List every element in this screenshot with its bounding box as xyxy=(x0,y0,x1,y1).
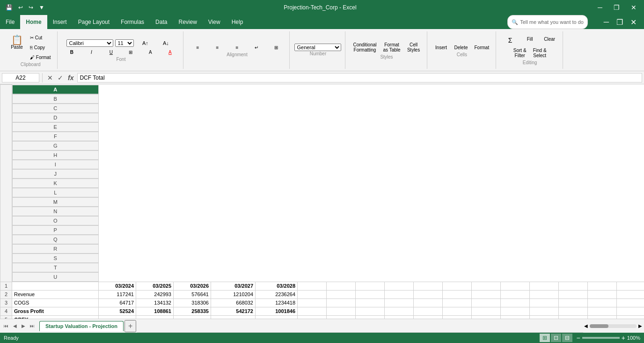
col-header-i[interactable]: I xyxy=(12,160,99,169)
tab-help[interactable]: Help xyxy=(226,15,249,29)
cancel-formula-btn[interactable]: ✕ xyxy=(45,73,55,82)
insert-cell-btn[interactable]: Insert xyxy=(432,43,451,52)
cell-5-extra[interactable] xyxy=(559,315,588,319)
format-table-btn[interactable]: Formatas Table xyxy=(381,40,403,54)
paste-btn[interactable]: 📋 Paste xyxy=(7,33,26,62)
cell-1-extra[interactable] xyxy=(617,282,644,290)
page-break-view-btn[interactable]: ⊟ xyxy=(562,334,572,342)
cell-4-extra[interactable] xyxy=(327,307,356,315)
add-sheet-button[interactable]: + xyxy=(124,320,136,332)
cell-3-extra[interactable] xyxy=(298,298,327,307)
cell-3-extra[interactable] xyxy=(385,298,414,307)
cell-2-extra[interactable] xyxy=(501,290,530,298)
zoom-slider[interactable] xyxy=(582,337,620,339)
row-number[interactable]: 3 xyxy=(0,298,12,307)
cell-3-extra[interactable] xyxy=(617,298,644,307)
save-quick-btn[interactable]: 💾 xyxy=(4,3,15,12)
cell-2-extra[interactable] xyxy=(559,290,588,298)
border-btn[interactable]: ⊞ xyxy=(121,48,140,57)
normal-view-btn[interactable]: ⊞ xyxy=(540,334,550,342)
ribbon-minimize-btn[interactable]: ─ xyxy=(600,15,613,29)
cell-3-B[interactable]: 64717 xyxy=(99,298,136,307)
cell-5-B[interactable] xyxy=(99,315,136,319)
cell-4-D[interactable]: 258335 xyxy=(174,307,211,315)
align-center-btn[interactable]: ≡ xyxy=(208,43,227,52)
cell-4-extra[interactable] xyxy=(617,307,644,315)
spreadsheet-grid[interactable]: A B C D E F G H I J K L M N O P Q R S T xyxy=(0,84,644,319)
col-header-f[interactable]: F xyxy=(12,132,99,141)
merge-btn[interactable]: ⊞ xyxy=(267,43,285,52)
format-painter-btn[interactable]: 🖌 Format xyxy=(27,53,53,62)
cell-3-extra[interactable] xyxy=(559,298,588,307)
cell-3-extra[interactable] xyxy=(472,298,501,307)
cell-5-extra[interactable] xyxy=(356,315,385,319)
cell-3-C[interactable]: 134132 xyxy=(136,298,174,307)
fill-btn[interactable]: Fill xyxy=(520,35,539,46)
cell-4-A[interactable]: Gross Profit xyxy=(12,307,99,315)
conditional-format-btn[interactable]: ConditionalFormatting xyxy=(350,40,379,54)
font-size-select[interactable]: 11 xyxy=(115,39,134,47)
wrap-text-btn[interactable]: ↵ xyxy=(247,43,266,52)
cell-3-D[interactable]: 318306 xyxy=(174,298,211,307)
col-header-b[interactable]: B xyxy=(12,94,99,104)
sheet-nav-prev[interactable]: ◀ xyxy=(11,322,19,329)
tab-file[interactable]: File xyxy=(0,15,20,29)
row-number[interactable]: 4 xyxy=(0,307,12,315)
cell-4-extra[interactable] xyxy=(443,307,472,315)
cell-5-E[interactable] xyxy=(211,315,256,319)
bold-btn[interactable]: B xyxy=(62,48,81,57)
cell-1-B[interactable]: 03/2024 xyxy=(99,282,136,290)
tell-me-box[interactable]: 🔍 Tell me what you want to do xyxy=(507,15,588,29)
name-box[interactable] xyxy=(2,73,39,82)
undo-btn[interactable]: ↩ xyxy=(16,3,25,12)
col-header-r[interactable]: R xyxy=(12,244,99,254)
cell-2-extra[interactable] xyxy=(530,290,559,298)
cell-5-extra[interactable] xyxy=(385,315,414,319)
col-header-s[interactable]: S xyxy=(12,254,99,263)
cell-5-D[interactable] xyxy=(174,315,211,319)
col-header-m[interactable]: M xyxy=(12,197,99,207)
tab-formulas[interactable]: Formulas xyxy=(115,15,150,29)
tab-review[interactable]: Review xyxy=(173,15,202,29)
cell-3-extra[interactable] xyxy=(356,298,385,307)
col-header-l[interactable]: L xyxy=(12,188,99,197)
cell-3-F[interactable]: 1234418 xyxy=(256,298,298,307)
align-right-btn[interactable]: ≡ xyxy=(227,43,246,52)
col-header-h[interactable]: H xyxy=(12,150,99,160)
tab-home[interactable]: Home xyxy=(20,15,47,29)
cell-4-extra[interactable] xyxy=(530,307,559,315)
cell-4-B[interactable]: 52524 xyxy=(99,307,136,315)
cell-4-extra[interactable] xyxy=(385,307,414,315)
col-header-j[interactable]: J xyxy=(12,169,99,179)
sort-filter-btn[interactable]: Sort &Filter xyxy=(511,46,529,60)
cell-2-extra[interactable] xyxy=(298,290,327,298)
cell-3-extra[interactable] xyxy=(588,298,617,307)
cell-2-extra[interactable] xyxy=(588,290,617,298)
cell-5-extra[interactable] xyxy=(588,315,617,319)
cell-3-extra[interactable] xyxy=(327,298,356,307)
cell-4-extra[interactable] xyxy=(298,307,327,315)
cell-4-extra[interactable] xyxy=(356,307,385,315)
cell-1-extra[interactable] xyxy=(530,282,559,290)
underline-btn[interactable]: U xyxy=(102,48,120,57)
cell-4-extra[interactable] xyxy=(414,307,443,315)
cell-1-extra[interactable] xyxy=(414,282,443,290)
cell-2-extra[interactable] xyxy=(443,290,472,298)
col-header-g[interactable]: G xyxy=(12,141,99,150)
cell-5-A[interactable]: OPEX xyxy=(12,315,99,319)
customize-btn[interactable]: ▼ xyxy=(37,3,46,12)
cell-2-extra[interactable] xyxy=(356,290,385,298)
page-layout-view-btn[interactable]: ⊡ xyxy=(551,334,561,342)
sheet-nav-first[interactable]: ⏮ xyxy=(2,322,10,329)
cell-3-extra[interactable] xyxy=(501,298,530,307)
confirm-formula-btn[interactable]: ✓ xyxy=(56,73,65,82)
cell-2-extra[interactable] xyxy=(327,290,356,298)
col-header-q[interactable]: Q xyxy=(12,235,99,244)
font-color-btn[interactable]: A xyxy=(161,48,179,57)
cell-1-extra[interactable] xyxy=(501,282,530,290)
cell-5-extra[interactable] xyxy=(298,315,327,319)
cell-5-extra[interactable] xyxy=(617,315,644,319)
cell-4-extra[interactable] xyxy=(501,307,530,315)
cell-1-extra[interactable] xyxy=(472,282,501,290)
cell-4-extra[interactable] xyxy=(559,307,588,315)
